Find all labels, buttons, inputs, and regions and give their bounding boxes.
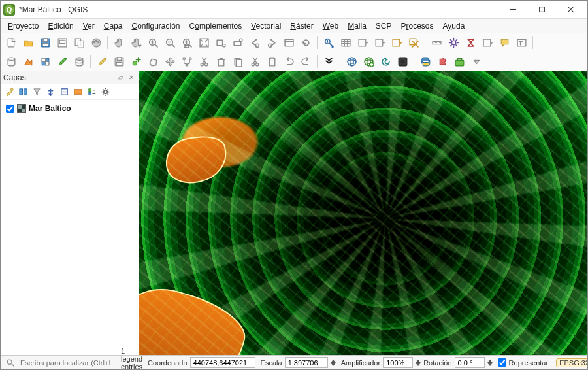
epsg-chip[interactable]: EPSG:32634 (556, 358, 588, 367)
coord-input[interactable] (190, 357, 255, 368)
stats-button[interactable] (372, 35, 387, 50)
measure-button[interactable] (429, 35, 444, 50)
layers-tb-legend-button[interactable] (86, 86, 97, 98)
layout-manager-button[interactable] (71, 35, 87, 50)
history-button[interactable] (468, 54, 484, 69)
layers-tb-expand-button[interactable] (44, 86, 56, 98)
layers-tb-remove-button[interactable] (72, 86, 84, 98)
text-annotation-button[interactable] (497, 35, 512, 50)
menu-proyecto[interactable]: Proyecto (3, 20, 43, 32)
help-box-button[interactable] (395, 54, 410, 69)
layers-tb-manage-button[interactable] (17, 86, 29, 98)
zoom-last-button[interactable] (247, 35, 263, 50)
attribute-table-button[interactable] (338, 35, 353, 50)
undo-button[interactable] (281, 54, 297, 69)
menu-scp[interactable]: SCP (371, 20, 397, 32)
layers-tb-style-button[interactable] (3, 86, 15, 98)
scale-input[interactable] (285, 357, 328, 368)
magnifier-spinner[interactable] (416, 358, 421, 368)
menu-capa[interactable]: Capa (99, 20, 127, 32)
select-all-button[interactable] (406, 35, 421, 50)
layers-panel-header: Capas ▱ ✕ (1, 71, 139, 84)
open-project-button[interactable] (20, 35, 36, 50)
sigma-button[interactable] (463, 35, 478, 50)
style-manager-button[interactable] (88, 35, 104, 50)
close-button[interactable] (556, 1, 585, 19)
3d-view-button[interactable] (298, 35, 314, 50)
new-map-view-icon (284, 37, 295, 48)
move-feature-button[interactable] (162, 54, 178, 69)
add-feature-button[interactable] (128, 54, 144, 69)
rotation-input[interactable] (455, 357, 485, 368)
plugin-button[interactable] (434, 54, 450, 69)
render-checkbox[interactable] (498, 358, 506, 367)
pan-button[interactable] (111, 35, 127, 50)
toggle-edit-button[interactable] (94, 54, 110, 69)
menu-vectorial[interactable]: Vectorial (246, 20, 286, 32)
layers-tb-filter-button[interactable] (31, 86, 42, 98)
hubg-button[interactable] (361, 54, 376, 69)
zoom-native-button[interactable] (179, 35, 195, 50)
menu-malla[interactable]: Malla (343, 20, 371, 32)
new-geopkg-button[interactable] (54, 54, 70, 69)
menu-web[interactable]: Web (318, 20, 343, 32)
zoom-selection-button[interactable] (213, 35, 229, 50)
zoom-next-button[interactable] (264, 35, 280, 50)
zoom-in-button[interactable] (145, 35, 161, 50)
menu-complementos[interactable]: Complementos (185, 20, 247, 32)
3d-view-icon (301, 37, 312, 48)
magnifier-input[interactable] (383, 357, 413, 368)
zoom-full-button[interactable] (196, 35, 212, 50)
select-deselect-button[interactable] (389, 35, 404, 50)
more-button[interactable] (321, 54, 336, 69)
identify-button[interactable] (321, 35, 336, 50)
bookmarks-button[interactable] (446, 35, 461, 50)
hub-button[interactable] (344, 54, 359, 69)
menu-configuración[interactable]: Configuración (127, 20, 184, 32)
vertex-tool-button[interactable] (179, 54, 195, 69)
save-edits-button[interactable] (111, 54, 127, 69)
digitize-shapes-button[interactable] (145, 54, 161, 69)
redo-button[interactable] (298, 54, 314, 69)
delete-sel-button[interactable] (213, 54, 229, 69)
paste-features-button[interactable] (264, 54, 280, 69)
new-project-button[interactable] (3, 35, 19, 50)
layers-tb-collapse-button[interactable] (58, 86, 70, 98)
new-layout-button[interactable] (54, 35, 70, 50)
layers-tb-gear-button[interactable] (99, 86, 111, 98)
field-calc-button[interactable] (355, 35, 370, 50)
new-shapefile-button[interactable] (71, 54, 87, 69)
layer-item[interactable]: Mar Baltico (2, 103, 137, 114)
menu-ayuda[interactable]: Ayuda (438, 20, 470, 32)
new-map-view-button[interactable] (281, 35, 297, 50)
add-raster-button[interactable] (37, 54, 53, 69)
copy-features-button[interactable] (230, 54, 246, 69)
maximize-button[interactable] (527, 1, 556, 19)
mod-attrs-button[interactable] (196, 54, 212, 69)
map-canvas[interactable] (139, 71, 587, 355)
rotation-spinner[interactable] (487, 358, 493, 368)
zoom-out-button[interactable] (162, 35, 178, 50)
text-annotation2-button[interactable] (514, 35, 529, 50)
panel-detach-icon[interactable]: ▱ (116, 73, 125, 82)
temporal-button[interactable] (480, 35, 495, 50)
add-vector-button[interactable] (20, 54, 36, 69)
cut-features-button[interactable] (247, 54, 263, 69)
panel-close-icon[interactable]: ✕ (127, 73, 136, 82)
scale-spinner[interactable] (331, 358, 336, 368)
python-button[interactable] (417, 54, 433, 69)
layer-visibility-checkbox[interactable] (6, 105, 14, 113)
menu-procesos[interactable]: Procesos (397, 20, 438, 32)
open-datasource-button[interactable] (3, 54, 19, 69)
zoom-layer-button[interactable] (230, 35, 246, 50)
menu-ver[interactable]: Ver (78, 20, 99, 32)
menu-edición[interactable]: Edición (43, 20, 78, 32)
locator-search-input[interactable] (18, 357, 113, 368)
save-project-button[interactable] (37, 35, 53, 50)
menu-ráster[interactable]: Ráster (286, 20, 318, 32)
hubswirl-button[interactable] (378, 54, 393, 69)
render-toggle[interactable]: Representar (495, 356, 551, 369)
minimize-button[interactable] (498, 1, 527, 19)
pan-selection-button[interactable] (128, 35, 144, 50)
toolbox-button[interactable] (451, 54, 467, 69)
